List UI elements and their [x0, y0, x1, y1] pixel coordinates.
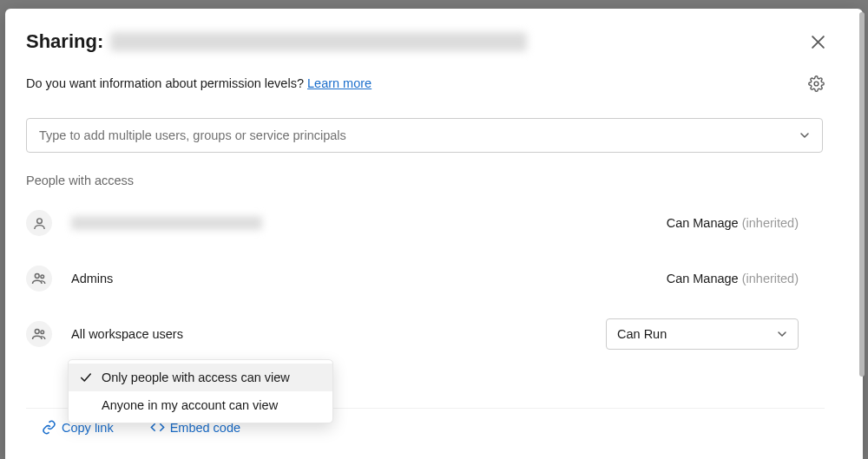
scrollbar[interactable]: [859, 12, 865, 377]
user-avatar: [26, 210, 52, 236]
modal-header: Sharing:: [26, 30, 842, 54]
visibility-option-account[interactable]: Anyone in my account can view: [69, 391, 332, 419]
people-with-access-label: People with access: [26, 174, 842, 187]
svg-point-3: [41, 275, 44, 279]
access-left: [26, 210, 262, 236]
visibility-dropdown: Only people with access can view Anyone …: [68, 359, 333, 423]
close-button[interactable]: [806, 30, 830, 54]
access-left: All workspace users: [26, 321, 183, 347]
resource-title-redacted: [110, 32, 527, 51]
access-row: Admins Can Manage (inherited): [26, 257, 799, 300]
group-avatar: [26, 321, 52, 347]
sharing-label: Sharing:: [26, 30, 103, 53]
svg-point-4: [35, 330, 39, 334]
permission-value: Can Manage: [667, 272, 739, 285]
chevron-down-icon: [777, 329, 787, 339]
learn-more-link[interactable]: Learn more: [307, 76, 372, 90]
settings-button[interactable]: [806, 73, 826, 94]
permission-info-question: Do you want information about permission…: [26, 76, 307, 90]
group-icon: [31, 271, 47, 286]
permission-inherited: (inherited): [742, 216, 799, 230]
group-avatar: [26, 266, 52, 292]
add-principals-input[interactable]: Type to add multiple users, groups or se…: [26, 118, 823, 153]
permission-select-value: Can Run: [617, 327, 667, 341]
group-icon: [31, 326, 47, 342]
check-icon: [79, 371, 93, 384]
access-row: Can Manage (inherited): [26, 201, 799, 245]
visibility-option-restricted[interactable]: Only people with access can view: [69, 364, 332, 391]
close-icon: [811, 35, 825, 49]
search-placeholder: Type to add multiple users, groups or se…: [39, 128, 346, 142]
info-row: Do you want information about permission…: [26, 73, 842, 94]
svg-point-0: [814, 82, 819, 86]
svg-point-5: [41, 331, 44, 334]
svg-point-1: [36, 218, 42, 223]
sharing-modal: Sharing: Do you want information about p…: [5, 9, 863, 459]
principal-name-redacted: [71, 216, 262, 230]
link-icon: [42, 420, 56, 435]
visibility-option-label: Only people with access can view: [102, 370, 290, 384]
user-icon: [32, 216, 47, 231]
info-text: Do you want information about permission…: [26, 76, 372, 90]
modal-title-group: Sharing:: [26, 30, 527, 53]
permission-inherited: (inherited): [742, 272, 799, 285]
gear-icon: [808, 75, 825, 92]
principal-name: Admins: [71, 272, 113, 285]
principal-name: All workspace users: [71, 327, 183, 341]
access-row: All workspace users Can Run: [26, 312, 799, 356]
chevron-down-icon: [799, 130, 810, 141]
permission-select[interactable]: Can Run: [606, 318, 799, 350]
permission-value: Can Manage: [667, 216, 739, 230]
access-left: Admins: [26, 266, 113, 292]
permission-text: Can Manage (inherited): [667, 272, 799, 285]
svg-point-2: [35, 274, 39, 279]
permission-text: Can Manage (inherited): [667, 216, 799, 230]
visibility-option-label: Anyone in my account can view: [102, 398, 278, 412]
